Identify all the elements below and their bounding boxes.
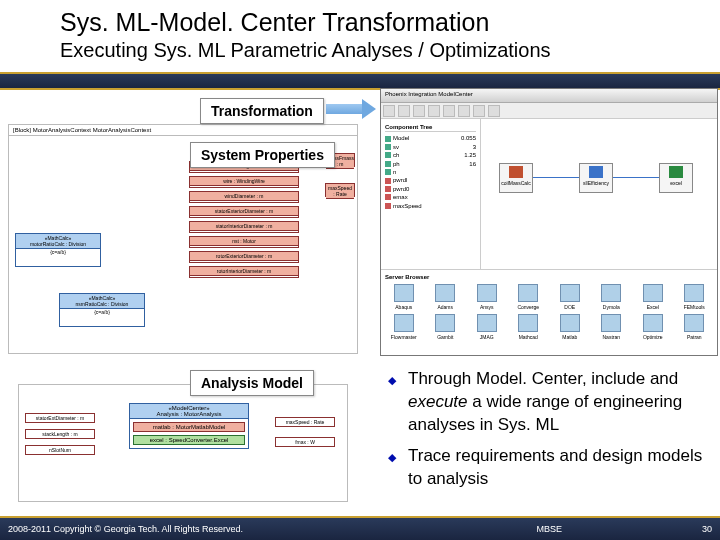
output-port: maxSpeed : Rate: [275, 417, 335, 427]
tree-item: n: [385, 168, 476, 176]
slide-title: Sys. ML-Model. Center Transformation: [60, 8, 700, 37]
bullet-1: ◆Through Model. Center, include and exec…: [388, 368, 708, 437]
footer-copyright: 2008-2011 Copyright © Georgia Tech. All …: [8, 524, 536, 534]
maxspeed-block: maxSpeed : Rate: [325, 183, 355, 197]
lib-item: Mathcad: [510, 314, 548, 340]
label-analysis-model: Analysis Model: [190, 370, 314, 396]
analysis-name: Analysis : MotorAnalysis: [156, 411, 221, 417]
output-port: fmax : W: [275, 437, 335, 447]
wf-node-1: coilMassCalc: [499, 163, 533, 193]
mc-window-title: Phoenix Integration ModelCenter: [381, 89, 717, 103]
bullet-list: ◆Through Model. Center, include and exec…: [388, 368, 708, 499]
tree-item: pwrd0: [385, 185, 476, 193]
lib-item: Flowmaster: [385, 314, 423, 340]
tree-item: sv3: [385, 143, 476, 151]
lib-item: Optimize: [634, 314, 672, 340]
label-transformation: Transformation: [200, 98, 324, 124]
lib-item: Adams: [427, 284, 465, 310]
analysis-model-diagram: «ModelCenter» Analysis : MotorAnalysis m…: [18, 384, 348, 502]
lib-item: FEMtools: [676, 284, 714, 310]
lib-item: Nastran: [593, 314, 631, 340]
lib-item: DOE: [551, 284, 589, 310]
lib-item: Gambit: [427, 314, 465, 340]
input-port: stackLength : m: [25, 429, 95, 439]
mc-toolbar: [381, 103, 717, 119]
footer-page: 30: [702, 524, 712, 534]
mc-server-browser: Server Browser AbaqusAdamsAnsysConvergeD…: [381, 269, 717, 355]
lib-item: Dymola: [593, 284, 631, 310]
tree-item: maxSpeed: [385, 202, 476, 210]
wf-node-2: sllEfficiency: [579, 163, 613, 193]
diagram-title: [Block] MotorAnalysisContext MotorAnalys…: [9, 125, 357, 136]
property-block: wire : WindingWire: [189, 176, 299, 188]
mc-component-tree: Component Tree Model0.055sv3ch1.25ph16np…: [381, 119, 481, 269]
bullet-icon: ◆: [388, 373, 396, 437]
tree-item: pwrdl: [385, 176, 476, 184]
input-port: nSlotNum: [25, 445, 95, 455]
property-block: windDiameter : m: [189, 191, 299, 203]
property-block: rotorInteriorDiameter : m: [189, 266, 299, 278]
wf-node-3: excel: [659, 163, 693, 193]
property-block: statorInteriorDiameter : m: [189, 221, 299, 233]
arrow-icon: [326, 102, 376, 116]
property-block: rotorExteriorDiameter : m: [189, 251, 299, 263]
tree-item: emax: [385, 193, 476, 201]
calc-block-1: «MathCalc»motorRatioCalc : Division {c=a…: [15, 233, 101, 267]
lib-item: Patran: [676, 314, 714, 340]
lib-item: JMAG: [468, 314, 506, 340]
lib-item: Abaqus: [385, 284, 423, 310]
excel-block: excel : SpeedConverter.Excel: [133, 435, 245, 445]
property-block: nst : Motor: [189, 236, 299, 248]
lib-item: Matlab: [551, 314, 589, 340]
calc-block-2: «MathCalc»nsmRatioCalc : Division {c=a/b…: [59, 293, 145, 327]
input-port: statorExtDiameter : m: [25, 413, 95, 423]
mc-workflow-canvas: coilMassCalc sllEfficiency excel: [481, 119, 717, 269]
tree-item: ph16: [385, 160, 476, 168]
label-system-properties: System Properties: [190, 142, 335, 168]
bullet-icon: ◆: [388, 450, 396, 491]
slide-footer: 2008-2011 Copyright © Georgia Tech. All …: [0, 516, 720, 540]
property-block: statorExteriorDiameter : m: [189, 206, 299, 218]
lib-item: Excel: [634, 284, 672, 310]
tree-item: Model0.055: [385, 134, 476, 142]
lib-item: Ansys: [468, 284, 506, 310]
modelcenter-screenshot: Phoenix Integration ModelCenter Componen…: [380, 88, 718, 356]
slide-subtitle: Executing Sys. ML Parametric Analyses / …: [60, 39, 700, 62]
matlab-block: matlab : MotorMatlabModel: [133, 422, 245, 432]
footer-center: MBSE: [536, 524, 702, 534]
lib-item: Converge: [510, 284, 548, 310]
tree-item: ch1.25: [385, 151, 476, 159]
bullet-2: ◆Trace requirements and design models to…: [388, 445, 708, 491]
